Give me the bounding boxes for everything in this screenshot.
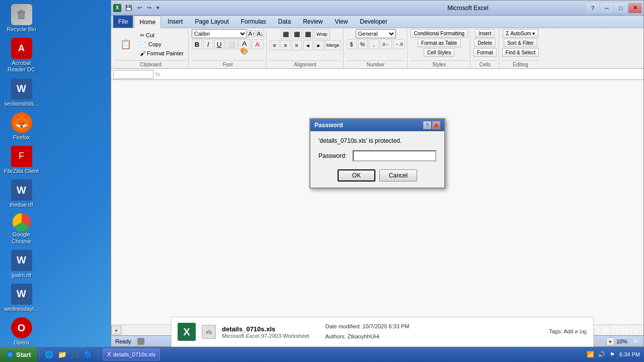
taskbar-folder-icon[interactable]: 📁 [57, 349, 68, 360]
underline-button[interactable]: U [214, 39, 224, 49]
password-input[interactable] [353, 150, 436, 161]
dialog-ok-button[interactable]: OK [338, 169, 375, 182]
bold-button[interactable]: B [192, 39, 202, 49]
align-top-left[interactable]: ⬛ [281, 29, 291, 39]
alignment-group: ⬛ ⬛ ⬛ Wrap ≡ ≡ ≡ ◄ ► Merge [268, 29, 344, 67]
undo-quick-btn[interactable]: ↩ [135, 4, 144, 12]
font-size-decrease[interactable]: A↓ [257, 30, 264, 37]
taskbar-ie-icon[interactable]: 🌐 [44, 349, 55, 360]
paste-button[interactable]: 📋 [115, 38, 136, 50]
tray-volume-icon[interactable]: 🔊 [597, 350, 605, 358]
zoom-level: 10% [616, 338, 627, 344]
taskbar-media-icon[interactable]: 🎵 [70, 349, 81, 360]
dialog-title-buttons: ? ✕ [423, 121, 440, 129]
currency-btn[interactable]: $ [347, 39, 357, 49]
fill-color-button[interactable]: A🎨 [238, 39, 251, 49]
font-name-select[interactable]: Calibri [192, 29, 247, 38]
conditional-formatting-button[interactable]: Conditional Formatting [411, 29, 468, 38]
font-size-increase[interactable]: A↑ [248, 30, 256, 37]
increase-decimal[interactable]: →.0 [393, 39, 405, 49]
file-info-details: details_0710s.xls Microsoft Excel 97-200… [222, 325, 309, 339]
align-top-center[interactable]: ⬛ [292, 29, 302, 39]
opera-icon: O [11, 317, 32, 338]
jpalm-label: jpalm.rtf [12, 272, 31, 279]
sort-filter-button[interactable]: Sort & Filter [504, 39, 537, 47]
tab-developer[interactable]: Developer [354, 16, 393, 28]
system-tray: 📶 🔊 ⚑ 6:34 PM [582, 350, 644, 358]
taskbar-excel-item[interactable]: X details_0710s.xls [103, 348, 160, 360]
redo-quick-btn[interactable]: ↪ [145, 4, 153, 12]
border-button[interactable]: ⬜ [225, 39, 237, 49]
copy-button[interactable]: 📄 Copy [137, 40, 186, 49]
dialog-help-btn[interactable]: ? [423, 121, 431, 129]
comma-btn[interactable]: , [369, 39, 379, 49]
percent-btn[interactable]: % [358, 39, 368, 49]
autosum-button[interactable]: Σ AutoSum ▾ [503, 29, 539, 38]
align-top-right[interactable]: ⬛ [303, 29, 313, 39]
format-painter-button[interactable]: 🖌 Format Painter [137, 49, 186, 57]
zoom-value-btn[interactable]: ⊕ [631, 337, 639, 345]
delete-cells-button[interactable]: Delete [474, 39, 496, 47]
italic-button[interactable]: I [203, 39, 213, 49]
tray-network-icon[interactable]: 📶 [586, 350, 594, 358]
format-cells-button[interactable]: Format [473, 48, 497, 57]
desktop-icon-recycle-bin[interactable]: 🗑 Recycle Bin [2, 2, 42, 35]
desktop-icon-opera[interactable]: O Opera [2, 315, 42, 348]
cell-styles-button[interactable]: Cell Styles [424, 48, 454, 57]
close-btn[interactable]: ✕ [628, 3, 641, 13]
format-as-table-button[interactable]: Format as Table [418, 39, 461, 47]
file-date-modified: Date modified: 10/7/2020 6:33 PM [325, 322, 409, 332]
dialog-cancel-button[interactable]: Cancel [379, 169, 417, 182]
desktop-icon-chrome[interactable]: Google Chrome [2, 211, 42, 246]
number-format-select[interactable]: General [356, 29, 396, 38]
tab-view[interactable]: View [330, 16, 354, 28]
windows-orb [6, 350, 14, 358]
find-select-button[interactable]: Find & Select [502, 48, 539, 57]
excel-spreadsheet-body[interactable] [111, 80, 643, 324]
paste-icon: 📋 [120, 40, 131, 49]
tab-home[interactable]: Home [134, 16, 161, 28]
tab-formulas[interactable]: Formulas [235, 16, 272, 28]
formula-input[interactable] [162, 70, 641, 79]
increase-indent[interactable]: ► [314, 40, 324, 50]
dialog-close-btn[interactable]: ✕ [432, 121, 440, 129]
start-button[interactable]: Start [0, 347, 37, 362]
tab-page-layout[interactable]: Page Layout [189, 16, 234, 28]
desktop-icon-acrobat[interactable]: A Acrobat Reader DC [2, 36, 42, 75]
cut-button[interactable]: ✂ Cut [137, 31, 186, 40]
editing-group: Σ AutoSum ▾ Sort & Filter Find & Select … [500, 29, 541, 67]
filezilla-label: FileZilla Client [4, 168, 39, 174]
tab-file[interactable]: File [113, 16, 133, 28]
minimize-btn[interactable]: ─ [600, 3, 613, 13]
insert-cells-button[interactable]: Insert [475, 29, 495, 38]
decrease-decimal[interactable]: .0← [380, 39, 392, 49]
tab-data[interactable]: Data [273, 16, 296, 28]
align-left[interactable]: ≡ [270, 40, 280, 50]
align-right[interactable]: ≡ [292, 40, 302, 50]
tab-insert[interactable]: Insert [162, 16, 188, 28]
desktop-icon-filezilla[interactable]: F FileZilla Client [2, 144, 42, 176]
tab-review[interactable]: Review [297, 16, 328, 28]
desktop-icon-jpalm[interactable]: W jpalm.rtf [2, 248, 42, 281]
align-center[interactable]: ≡ [281, 40, 291, 50]
desktop-icon-sectionslists[interactable]: W sectionslists... [2, 76, 42, 109]
help-btn[interactable]: ? [586, 3, 599, 13]
merge-center[interactable]: Merge [325, 40, 341, 50]
tray-action-center-icon[interactable]: ⚑ [608, 350, 616, 358]
font-group-content: Calibri A↑ A↓ B I U ⬜ A🎨 A [192, 29, 264, 59]
decrease-indent[interactable]: ◄ [303, 40, 313, 50]
desktop-icon-wednesdayl[interactable]: W wednesdayl... [2, 282, 42, 314]
wrap-text[interactable]: Wrap [314, 29, 330, 39]
font-color-button[interactable]: A [252, 39, 264, 49]
maximize-btn[interactable]: □ [614, 3, 627, 13]
new-sheet-button[interactable]: + [111, 326, 121, 335]
taskbar-chrome-icon[interactable]: 🔵 [83, 349, 94, 360]
password-dialog: Password ? ✕ 'details_0710s.xls' is prot… [309, 118, 445, 189]
zoom-in-btn[interactable]: + [606, 337, 614, 345]
desktop-icon-firefox[interactable]: 🦊 Firefox [2, 110, 42, 143]
name-box[interactable] [113, 70, 153, 79]
save-quick-btn[interactable]: 💾 [123, 4, 134, 12]
dropdown-quick-btn[interactable]: ▾ [154, 4, 162, 12]
desktop-icon-thedue[interactable]: W thedue.rtf [2, 177, 42, 210]
dialog-title: Password [314, 122, 343, 129]
